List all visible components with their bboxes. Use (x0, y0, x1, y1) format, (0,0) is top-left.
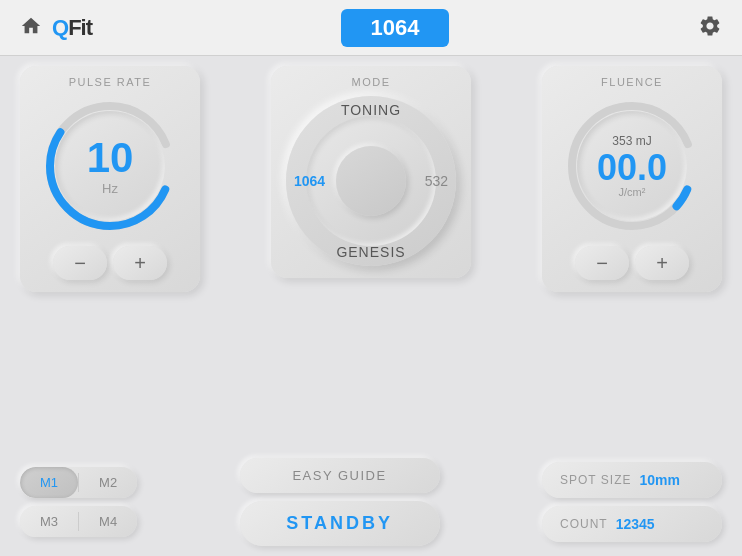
fluence-panel: FLUENCE 353 mJ 00.0 J/cm² − + (542, 66, 722, 292)
mode-bottom-label: GENESIS (336, 244, 405, 260)
home-icon[interactable] (20, 15, 42, 41)
easy-guide-button[interactable]: EASY GUIDE (240, 458, 440, 493)
pulse-rate-value: 10 (87, 137, 134, 179)
fluence-inner: 353 mJ 00.0 J/cm² (577, 111, 687, 221)
fluence-minus-button[interactable]: − (575, 246, 629, 280)
header: QFit 1064 (0, 0, 742, 56)
spot-size-label: SPOT SIZE (560, 473, 631, 487)
mode-top-label: TONING (341, 102, 401, 118)
memory-group-1: M1 M2 (20, 467, 137, 498)
memory-row-2: M3 M4 (20, 506, 137, 537)
count-pill: COUNT 12345 (542, 506, 722, 542)
memory-m3-button[interactable]: M3 (20, 506, 78, 537)
pulse-rate-minus-button[interactable]: − (53, 246, 107, 280)
logo-fit: Fit (68, 15, 92, 40)
spot-size-value: 10mm (639, 472, 679, 488)
fluence-value: 00.0 (597, 150, 667, 186)
pulse-rate-label: PULSE RATE (69, 76, 152, 88)
mode-dial[interactable]: TONING GENESIS 1064 532 (286, 96, 456, 266)
memory-group: M1 M2 M3 M4 (20, 467, 137, 537)
fluence-plus-button[interactable]: + (635, 246, 689, 280)
memory-m4-button[interactable]: M4 (79, 506, 137, 537)
logo-q: Q (52, 15, 68, 40)
gear-icon[interactable] (698, 14, 722, 42)
memory-m1-button[interactable]: M1 (20, 467, 78, 498)
memory-group-2: M3 M4 (20, 506, 137, 537)
pulse-rate-inner: 10 Hz (55, 111, 165, 221)
count-value: 12345 (616, 516, 655, 532)
fluence-mj: 353 mJ (612, 134, 651, 148)
pulse-rate-panel: PULSE RATE 10 Hz − + (20, 66, 200, 292)
memory-row-1: M1 M2 (20, 467, 137, 498)
dial-side-labels: 1064 532 (286, 173, 456, 189)
fluence-label: FLUENCE (601, 76, 663, 88)
fluence-gauge: 353 mJ 00.0 J/cm² (562, 96, 702, 236)
pulse-rate-gauge: 10 Hz (40, 96, 180, 236)
header-left: QFit (20, 15, 92, 41)
standby-button[interactable]: STANDBY (240, 501, 440, 546)
fluence-controls: − + (575, 246, 689, 280)
pulse-rate-plus-button[interactable]: + (113, 246, 167, 280)
bottom-row: M1 M2 M3 M4 EASY GUIDE STANDBY SPOT SIZE (20, 458, 722, 546)
memory-m2-button[interactable]: M2 (79, 467, 137, 498)
right-bottom: SPOT SIZE 10mm COUNT 12345 (542, 462, 722, 542)
main-area: PULSE RATE 10 Hz − + MODE (0, 56, 742, 556)
fluence-unit: J/cm² (619, 186, 646, 198)
count-label: COUNT (560, 517, 608, 531)
wavelength-display: 1064 (341, 9, 450, 47)
pulse-rate-unit: Hz (102, 181, 118, 196)
mode-label: MODE (352, 76, 391, 88)
spot-size-pill: SPOT SIZE 10mm (542, 462, 722, 498)
mode-right-value: 532 (425, 173, 448, 189)
panels-row: PULSE RATE 10 Hz − + MODE (20, 66, 722, 446)
mode-panel: MODE TONING GENESIS 1064 532 (271, 66, 471, 278)
center-bottom: EASY GUIDE STANDBY (147, 458, 532, 546)
pulse-rate-controls: − + (53, 246, 167, 280)
logo: QFit (52, 15, 92, 41)
mode-left-value: 1064 (294, 173, 325, 189)
